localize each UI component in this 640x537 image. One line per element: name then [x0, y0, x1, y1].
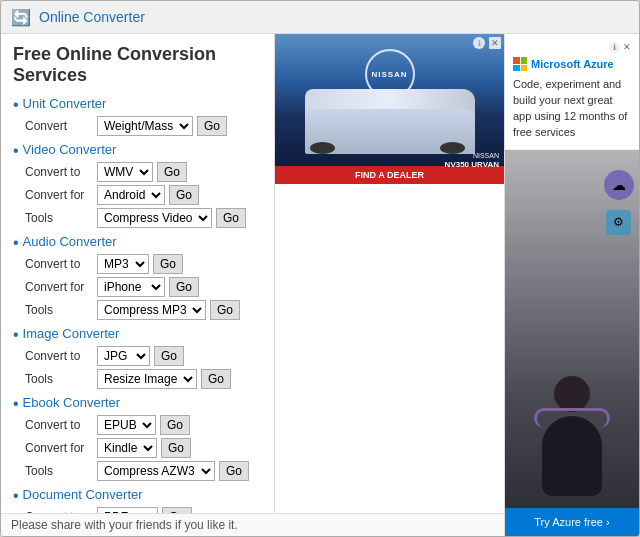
nissan-model-name: NV350 URVAN — [445, 160, 499, 170]
audio-convert-for-select[interactable]: iPhoneAndroid — [97, 277, 165, 297]
ebook-tools-label: Tools — [25, 464, 93, 478]
bullet-icon: • — [13, 488, 19, 504]
bottom-bar-text: Please share with your friends if you li… — [11, 518, 238, 532]
bottom-bar: Please share with your friends if you li… — [1, 513, 504, 536]
video-tools-select[interactable]: Compress VideoTrim Video — [97, 208, 212, 228]
bullet-icon: • — [13, 396, 19, 412]
audio-tools-label: Tools — [25, 303, 93, 317]
audio-converter-link[interactable]: Audio Converter — [23, 234, 117, 249]
image-convert-to-row: Convert to JPGPNGGIF Go — [13, 346, 262, 366]
ebook-convert-for-row: Convert for KindleKobo Go — [13, 438, 262, 458]
azure-info-icon: ℹ — [609, 42, 620, 53]
video-converter-section: • Video Converter Convert to WMVMP4AVI G… — [13, 142, 262, 228]
image-convert-to-select[interactable]: JPGPNGGIF — [97, 346, 150, 366]
unit-convert-label: Convert — [25, 119, 93, 133]
video-convert-to-label: Convert to — [25, 165, 93, 179]
image-convert-to-go[interactable]: Go — [154, 346, 184, 366]
azure-ad-panel: ℹ ✕ Microsoft Azure Code, experiment and… — [505, 34, 639, 150]
car-image — [305, 89, 475, 154]
ad-info-icon: ℹ — [473, 37, 485, 49]
unit-converter-section: • Unit Converter Convert Weight/Mass Len… — [13, 96, 262, 136]
bullet-icon: • — [13, 327, 19, 343]
azure-cta-text: Try Azure free › — [534, 516, 609, 528]
audio-tools-select[interactable]: Compress MP3Trim MP3 — [97, 300, 206, 320]
audio-tools-row: Tools Compress MP3Trim MP3 Go — [13, 300, 262, 320]
ebook-convert-for-select[interactable]: KindleKobo — [97, 438, 157, 458]
azure-brand-name: Microsoft Azure — [531, 58, 614, 70]
floating-icon-2: ⚙ — [606, 210, 631, 235]
image-converter-link[interactable]: Image Converter — [23, 326, 120, 341]
video-convert-to-row: Convert to WMVMP4AVI Go — [13, 162, 262, 182]
document-converter-link[interactable]: Document Converter — [23, 487, 143, 502]
title-bar: 🔄 Online Converter — [1, 1, 639, 34]
ebook-convert-for-label: Convert for — [25, 441, 93, 455]
video-convert-for-select[interactable]: AndroidiPhone — [97, 185, 165, 205]
app-title: Online Converter — [39, 9, 145, 25]
unit-go-button[interactable]: Go — [197, 116, 227, 136]
floating-icon-1: ☁ — [604, 170, 634, 200]
video-convert-for-go[interactable]: Go — [169, 185, 199, 205]
ebook-convert-to-select[interactable]: EPUBMOBIPDF — [97, 415, 156, 435]
ebook-converter-link[interactable]: Ebook Converter — [23, 395, 121, 410]
ebook-tools-select[interactable]: Compress AZW3Split Ebook — [97, 461, 215, 481]
image-tools-go[interactable]: Go — [201, 369, 231, 389]
ebook-converter-section: • Ebook Converter Convert to EPUBMOBIPDF… — [13, 395, 262, 481]
video-convert-to-go[interactable]: Go — [157, 162, 187, 182]
audio-convert-to-row: Convert to MP3WAVAAC Go — [13, 254, 262, 274]
bullet-icon: • — [13, 143, 19, 159]
video-tools-go[interactable]: Go — [216, 208, 246, 228]
video-tools-label: Tools — [25, 211, 93, 225]
azure-brand-row: Microsoft Azure — [513, 57, 631, 71]
image-tools-row: Tools Resize ImageCrop Image Go — [13, 369, 262, 389]
audio-tools-go[interactable]: Go — [210, 300, 240, 320]
main-window: 🔄 Online Converter Free Online Conversio… — [0, 0, 640, 537]
ebook-tools-go[interactable]: Go — [219, 461, 249, 481]
page-title: Free Online Conversion Services — [13, 44, 262, 86]
audio-converter-section: • Audio Converter Convert to MP3WAVAAC G… — [13, 234, 262, 320]
image-convert-to-label: Convert to — [25, 349, 93, 363]
azure-close-button[interactable]: ✕ — [623, 42, 631, 53]
video-convert-for-label: Convert for — [25, 188, 93, 202]
nissan-ad-close-button[interactable]: ✕ — [489, 37, 501, 49]
azure-ad-text: Code, experiment and build your next gre… — [513, 77, 631, 141]
find-dealer-text: FIND A DEALER — [355, 170, 424, 180]
azure-cta-button[interactable]: Try Azure free › — [505, 508, 639, 536]
unit-convert-row: Convert Weight/Mass Length Temperature G… — [13, 116, 262, 136]
audio-convert-to-go[interactable]: Go — [153, 254, 183, 274]
audio-convert-to-select[interactable]: MP3WAVAAC — [97, 254, 149, 274]
unit-converter-link[interactable]: Unit Converter — [23, 96, 107, 111]
nissan-brand-small: NISSAN — [445, 152, 499, 160]
ebook-tools-row: Tools Compress AZW3Split Ebook Go — [13, 461, 262, 481]
app-icon: 🔄 — [11, 7, 31, 27]
unit-convert-select[interactable]: Weight/Mass Length Temperature — [97, 116, 193, 136]
video-tools-row: Tools Compress VideoTrim Video Go — [13, 208, 262, 228]
audio-convert-for-row: Convert for iPhoneAndroid Go — [13, 277, 262, 297]
audio-convert-to-label: Convert to — [25, 257, 93, 271]
image-converter-section: • Image Converter Convert to JPGPNGGIF G… — [13, 326, 262, 389]
ebook-convert-for-go[interactable]: Go — [161, 438, 191, 458]
nissan-model: NISSAN NV350 URVAN — [445, 152, 499, 170]
converters-panel: Free Online Conversion Services • Unit C… — [1, 34, 274, 513]
video-convert-to-select[interactable]: WMVMP4AVI — [97, 162, 153, 182]
image-tools-select[interactable]: Resize ImageCrop Image — [97, 369, 197, 389]
image-tools-label: Tools — [25, 372, 93, 386]
audio-convert-for-go[interactable]: Go — [169, 277, 199, 297]
document-converter-section: • Document Converter Convert to PDFDOCXT… — [13, 487, 262, 513]
azure-person-image: ☁ ⚙ Try Azure free › — [505, 150, 639, 536]
bullet-icon: • — [13, 235, 19, 251]
bullet-icon: • — [13, 97, 19, 113]
ebook-convert-to-row: Convert to EPUBMOBIPDF Go — [13, 415, 262, 435]
ebook-convert-to-label: Convert to — [25, 418, 93, 432]
video-converter-link[interactable]: Video Converter — [23, 142, 117, 157]
ebook-convert-to-go[interactable]: Go — [160, 415, 190, 435]
audio-convert-for-label: Convert for — [25, 280, 93, 294]
video-convert-for-row: Convert for AndroidiPhone Go — [13, 185, 262, 205]
microsoft-logo — [513, 57, 527, 71]
nissan-logo-text: NISSAN — [371, 70, 407, 79]
